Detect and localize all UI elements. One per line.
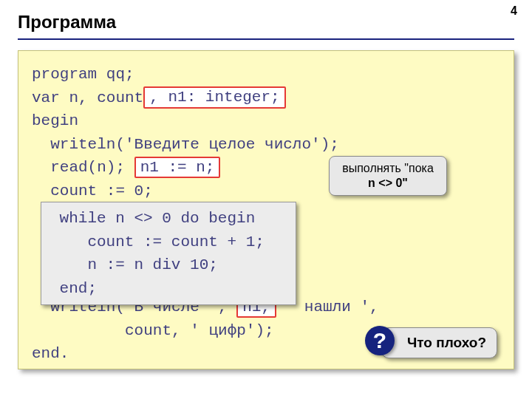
question-label: Что плохо? xyxy=(407,335,486,350)
while-line: while n <> 0 do begin xyxy=(50,207,287,231)
code-text: read(n); xyxy=(32,159,125,176)
code-text: var n, count xyxy=(32,89,143,106)
highlight-assign: n1 := n; xyxy=(134,157,221,178)
code-line: program qq; xyxy=(32,63,500,86)
page-number: 4 xyxy=(511,4,517,18)
while-block: while n <> 0 do begin count := count + 1… xyxy=(41,202,296,305)
while-line: count := count + 1; xyxy=(50,231,287,254)
slide: 4 Программа program qq; var n, count, n1… xyxy=(0,0,532,399)
loop-callout: выполнять "пока n <> 0" xyxy=(329,156,447,196)
page-title: Программа xyxy=(18,12,514,33)
code-line: var n, count, n1: integer; xyxy=(32,86,500,110)
while-line: end; xyxy=(50,277,287,301)
question-icon: ? xyxy=(365,326,395,355)
highlight-var-decl: , n1: integer; xyxy=(143,86,285,108)
code-block: program qq; var n, count, n1: integer; b… xyxy=(18,50,514,369)
question-group: Что плохо? ? xyxy=(381,327,497,358)
code-line: writeln('Введите целое число'); xyxy=(32,133,500,157)
while-line: n := n div 10; xyxy=(50,253,287,277)
title-divider xyxy=(18,38,514,40)
callout-line: выполнять "пока xyxy=(337,161,439,176)
question-callout: Что плохо? xyxy=(381,327,497,358)
callout-line: n <> 0" xyxy=(337,176,439,191)
code-line: begin xyxy=(32,109,500,133)
